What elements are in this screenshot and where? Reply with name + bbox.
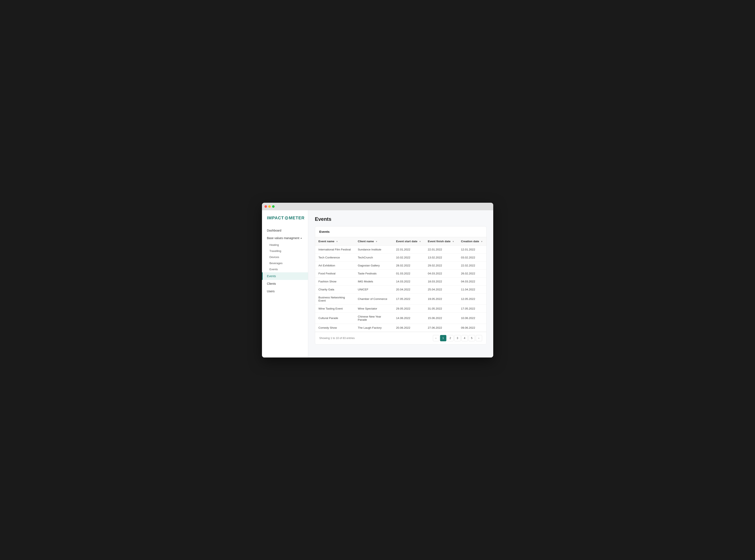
sidebar-item-events-sub[interactable]: Events [262,266,308,272]
col-client-name[interactable]: Client name ▼ [354,237,393,246]
cell-finish-date: 29.02.2022 [425,261,458,269]
cell-start-date: 01.03.2022 [393,269,425,277]
pagination-next[interactable]: › [476,335,482,341]
sidebar: IMPACT ⊙ METER Dashboard Base values man… [262,210,308,358]
cell-finish-date: 15.06.2022 [425,313,458,324]
cell-finish-date: 27.06.2022 [425,324,458,332]
pagination: ‹ 1 2 3 4 5 › [433,335,482,341]
cell-finish-date: 22.01.2022 [425,245,458,254]
cell-creation-date: 17.05.2022 [458,304,486,313]
table-wrapper: Event name ▼ Client name ▼ Event start d… [315,237,486,332]
table-row: Business Networking Event Chamber of Com… [315,293,486,304]
cell-start-date: 17.05.2022 [393,293,425,304]
cell-creation-date: 10.06.2022 [458,313,486,324]
base-values-sub-items: Heating Travelling Devices Beverages Eve… [262,242,308,272]
sidebar-item-heating[interactable]: Heating [262,242,308,248]
cell-client-name: UNICEF [354,285,393,293]
cell-client-name: IMG Models [354,277,393,285]
pagination-prev[interactable]: ‹ [433,335,439,341]
table-row: Art Exhibition Gagosian Gallery 28.02.20… [315,261,486,269]
cell-start-date: 14.03.2022 [393,277,425,285]
base-values-label: Base values managment [267,236,300,240]
cell-client-name: Sundance Institute [354,245,393,254]
cell-creation-date: 26.02.2022 [458,269,486,277]
cell-finish-date: 31.05.2022 [425,304,458,313]
browser-chrome [262,203,493,210]
pagination-page-3[interactable]: 3 [454,335,461,341]
logo-impact: IMPACT [267,216,284,220]
sidebar-item-users[interactable]: Users [262,287,308,295]
cell-start-date: 10.02.2022 [393,254,425,261]
cell-client-name: Gagosian Gallery [354,261,393,269]
sidebar-item-dashboard[interactable]: Dashboard [262,227,308,234]
sort-icon-creation-date: ▼ [481,240,483,243]
cell-finish-date: 19.05.2022 [425,293,458,304]
cell-client-name: Chamber of Commerce [354,293,393,304]
cell-creation-date: 22.02.2022 [458,261,486,269]
sort-icon-start-date: ▼ [419,240,421,243]
pagination-page-5[interactable]: 5 [469,335,475,341]
logo-area: IMPACT ⊙ METER [262,215,308,227]
cell-creation-date: 12.05.2022 [458,293,486,304]
cell-client-name: Wine Spectator [354,304,393,313]
cell-creation-date: 04.03.2022 [458,277,486,285]
col-event-name[interactable]: Event name ▼ [315,237,354,246]
pagination-page-4[interactable]: 4 [462,335,468,341]
col-finish-date[interactable]: Event finish date ▼ [425,237,458,246]
page-title: Events [315,216,487,222]
sort-icon-event-name: ▼ [336,240,338,243]
cell-client-name: Taste Festivals [354,269,393,277]
logo-circle-icon: ⊙ [284,215,288,221]
cell-finish-date: 13.02.2022 [425,254,458,261]
cell-finish-date: 25.04.2022 [425,285,458,293]
logo: IMPACT ⊙ METER [267,215,303,221]
sidebar-item-travelling[interactable]: Travelling [262,248,308,254]
pagination-page-1[interactable]: 1 [440,335,446,341]
cell-start-date: 20.06.2022 [393,324,425,332]
close-dot[interactable] [265,205,267,208]
col-start-date[interactable]: Event start date ▼ [393,237,425,246]
cell-start-date: 29.05.2022 [393,304,425,313]
col-creation-date[interactable]: Creation date ▼ [458,237,486,246]
table-row: Charity Gala UNICEF 20.04.2022 25.04.202… [315,285,486,293]
sort-icon-finish-date: ▼ [452,240,454,243]
cell-event-name: Business Networking Event [315,293,354,304]
cell-creation-date: 09.06.2022 [458,324,486,332]
sidebar-item-clients[interactable]: Clients [262,280,308,287]
cell-start-date: 22.01.2022 [393,245,425,254]
sidebar-item-beverages[interactable]: Beverages [262,260,308,266]
cell-event-name: Comedy Show [315,324,354,332]
showing-text: Showing 1 to 10 of 83 entries [319,337,355,340]
table-row: Food Festival Taste Festivals 01.03.2022… [315,269,486,277]
cell-start-date: 28.02.2022 [393,261,425,269]
cell-creation-date: 11.04.2022 [458,285,486,293]
cell-event-name: Tech Conference [315,254,354,261]
cell-event-name: Art Exhibition [315,261,354,269]
chevron-up-icon: ▲ [300,236,303,240]
sort-icon-client-name: ▼ [375,240,378,243]
browser-window: IMPACT ⊙ METER Dashboard Base values man… [262,203,493,358]
cell-start-date: 20.04.2022 [393,285,425,293]
maximize-dot[interactable] [272,205,274,208]
events-table: Event name ▼ Client name ▼ Event start d… [315,237,486,332]
minimize-dot[interactable] [268,205,271,208]
sidebar-item-events[interactable]: Events [262,272,308,280]
cell-event-name: Food Festival [315,269,354,277]
sidebar-base-values-header[interactable]: Base values managment ▲ [262,234,308,242]
table-row: Wine Tasting Event Wine Spectator 29.05.… [315,304,486,313]
sidebar-item-devices[interactable]: Devices [262,254,308,260]
table-body: International Film Festival Sundance Ins… [315,245,486,332]
table-row: Cultural Parade Chinese New Year Parade … [315,313,486,324]
cell-client-name: Chinese New Year Parade [354,313,393,324]
cell-client-name: The Laugh Factory [354,324,393,332]
sidebar-nav: Dashboard Base values managment ▲ Heatin… [262,227,308,297]
pagination-page-2[interactable]: 2 [447,335,453,341]
cell-creation-date: 03.02.2022 [458,254,486,261]
cell-event-name: Cultural Parade [315,313,354,324]
table-header-row: Event name ▼ Client name ▼ Event start d… [315,237,486,246]
cell-event-name: Charity Gala [315,285,354,293]
table-row: Tech Conference TechCrunch 10.02.2022 13… [315,254,486,261]
cell-creation-date: 12.01.2022 [458,245,486,254]
table-header: Event name ▼ Client name ▼ Event start d… [315,237,486,246]
events-card: Events Event name ▼ Client name [315,226,487,344]
